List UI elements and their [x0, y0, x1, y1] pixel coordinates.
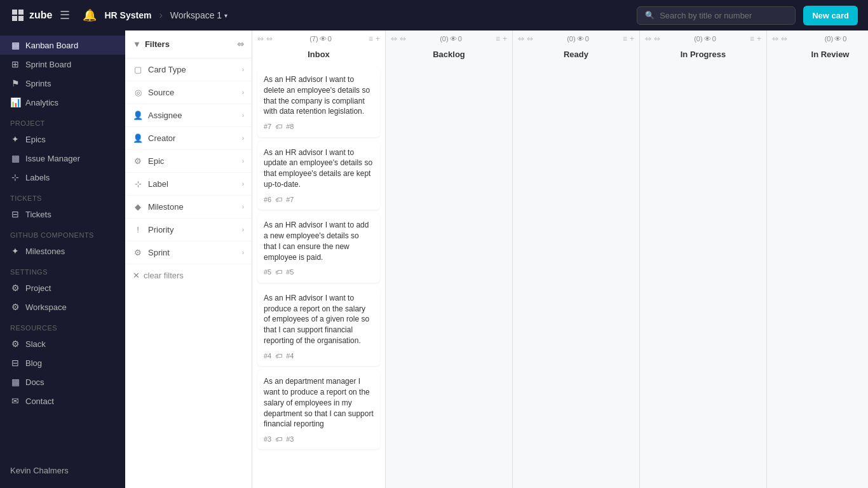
search-icon: 🔍 [645, 11, 654, 20]
new-card-button[interactable]: New card [803, 6, 858, 25]
sidebar-item-epics[interactable]: ✦ Epics [0, 130, 125, 149]
topbar: zube ☰ 🔔 HR System › Workspace 1 🔍 New c… [0, 0, 868, 30]
kanban-cards-in-review [767, 64, 868, 488]
col-count-badge: (0) [825, 35, 833, 43]
sidebar-item-tickets[interactable]: ⊟ Tickets [0, 205, 125, 224]
filter-item-priority[interactable]: ! Priority › [125, 219, 252, 241]
card-child-tag: #4 [286, 351, 294, 361]
filter-item-assignee[interactable]: 👤 Assignee › [125, 104, 252, 127]
col-menu-icon[interactable]: ≡ [750, 34, 754, 43]
filter-label: Assignee [148, 111, 182, 120]
kanban-cards-ready [513, 64, 639, 488]
clear-filters-button[interactable]: ✕ clear filters [125, 264, 252, 287]
filter-item-epic[interactable]: ⚙ Epic › [125, 150, 252, 173]
kanban-card-4[interactable]: As an HR advisor I want to produce a rep… [257, 287, 380, 366]
sidebar-item-labels[interactable]: ⊹ Labels [0, 168, 125, 187]
sidebar-item-label: Epics [25, 135, 46, 144]
sidebar-item-label: Analytics [25, 98, 58, 107]
col-expand-icon[interactable]: ⇔ [518, 34, 524, 43]
col-expand-icon[interactable]: ⇔ [772, 34, 778, 43]
eye-icon: 👁 [704, 35, 711, 43]
col-menu-icon[interactable]: ≡ [496, 34, 500, 43]
col-expand-icon2[interactable]: ⇔ [654, 34, 660, 43]
filter-item-sprint[interactable]: ⚙ Sprint › [125, 241, 252, 264]
sidebar-item-sprints[interactable]: ⚑ Sprints [0, 74, 125, 93]
col-add-icon[interactable]: + [757, 34, 761, 43]
clear-icon: ✕ [133, 271, 140, 280]
col-expand-icon2[interactable]: ⇔ [527, 34, 533, 43]
sidebar-item-slack[interactable]: ⚙ Slack [0, 334, 125, 353]
col-expand-icon[interactable]: ⇔ [257, 34, 264, 43]
kanban-card-6[interactable]: As an HR advisor I want to update an emp… [257, 141, 380, 210]
kanban-card-7[interactable]: As an HR advisor I want to delete an emp… [257, 68, 380, 137]
eye-count: 0 [458, 35, 462, 43]
sprint-filter-icon: ⚙ [133, 248, 143, 257]
filters-header-icons: ⇔ [237, 39, 244, 49]
filter-item-label[interactable]: ⊹ Label › [125, 173, 252, 196]
card-number: #3 [264, 435, 271, 444]
slack-icon: ⚙ [10, 339, 20, 349]
sidebar-item-label: Tickets [25, 210, 51, 219]
chevron-icon: › [242, 135, 244, 142]
filters-collapse-icon[interactable]: ⇔ [237, 39, 244, 49]
filter-item-card-type[interactable]: ▢ Card Type › [125, 58, 252, 81]
chevron-icon: › [242, 66, 244, 73]
bell-icon[interactable]: 🔔 [83, 8, 97, 22]
search-input[interactable] [660, 11, 787, 20]
chevron-icon: › [242, 249, 244, 256]
col-expand-icon[interactable]: ⇔ [391, 34, 397, 43]
logo[interactable]: zube [10, 8, 52, 23]
sidebar-item-project-settings[interactable]: ⚙ Project [0, 278, 125, 297]
resources-section-label: Resources [0, 316, 125, 334]
project-section-label: Project [0, 112, 125, 130]
epic-icon: ⚙ [133, 156, 143, 166]
filters-title: Filters [145, 39, 170, 49]
col-menu-icon[interactable]: ≡ [369, 34, 373, 43]
col-add-icon[interactable]: + [630, 34, 634, 43]
menu-icon[interactable]: ☰ [60, 8, 70, 22]
sidebar-item-sprint-board[interactable]: ⊞ Sprint Board [0, 55, 125, 74]
milestones-icon: ✦ [10, 246, 20, 256]
card-child-tag: #3 [286, 435, 294, 444]
sidebar-item-label: Docs [25, 377, 44, 387]
eye-icon: 👁 [834, 35, 841, 43]
sidebar-item-docs[interactable]: ▦ Docs [0, 372, 125, 391]
project-label[interactable]: HR System [104, 10, 151, 20]
filter-item-source[interactable]: ◎ Source › [125, 81, 252, 104]
col-expand-icon[interactable]: ⇔ [645, 34, 651, 43]
eye-icon: 👁 [450, 35, 457, 43]
col-add-icon[interactable]: + [503, 34, 507, 43]
kanban-card-5[interactable]: As an HR advisor I want to add a new emp… [257, 214, 380, 283]
col-expand-icon2[interactable]: ⇔ [400, 34, 406, 43]
epics-icon: ✦ [10, 134, 20, 144]
kanban-column-inbox: ⇔ ⇔ (7) 👁 0 ≡ + Inbox [252, 30, 386, 488]
workspace-dropdown[interactable]: Workspace 1 [170, 10, 227, 20]
sidebar-item-label: Slack [25, 339, 46, 349]
sprints-icon: ⚑ [10, 78, 20, 88]
filters-header: ▼ Filters ⇔ [125, 30, 252, 58]
search-box[interactable]: 🔍 [637, 6, 796, 25]
sidebar-item-issue-manager[interactable]: ▦ Issue Manager [0, 149, 125, 168]
sidebar-item-milestones[interactable]: ✦ Milestones [0, 241, 125, 261]
kanban-card-3[interactable]: As an department manager I want to produ… [257, 370, 380, 449]
sidebar-item-kanban-board[interactable]: ▦ Kanban Board [0, 36, 125, 55]
filter-item-milestone[interactable]: ◆ Milestone › [125, 196, 252, 219]
milestone-icon: ◆ [133, 202, 143, 212]
sidebar-item-label: Project [25, 283, 51, 293]
creator-icon: 👤 [133, 133, 143, 143]
filter-item-creator[interactable]: 👤 Creator › [125, 127, 252, 150]
sidebar-item-workspace-settings[interactable]: ⚙ Workspace [0, 297, 125, 316]
col-expand-icon2[interactable]: ⇔ [781, 34, 787, 43]
column-header-row: ⇔ ⇔ (0) 👁 0 ≡ + [386, 30, 512, 47]
col-expand-icon2[interactable]: ⇔ [266, 34, 273, 43]
source-icon: ◎ [133, 88, 143, 97]
sidebar-item-contact[interactable]: ✉ Contact [0, 391, 125, 410]
sidebar-item-blog[interactable]: ⊟ Blog [0, 353, 125, 372]
col-add-icon[interactable]: + [376, 34, 380, 43]
kanban-column-ready: ⇔ ⇔ (0) 👁 0 ≡ + Ready [513, 30, 640, 488]
content-area: ▼ Filters ⇔ ▢ Card Type › ◎ Source [125, 30, 868, 488]
filter-label: Sprint [148, 248, 170, 257]
sidebar-item-analytics[interactable]: 📊 Analytics [0, 93, 125, 112]
col-menu-icon[interactable]: ≡ [623, 34, 627, 43]
sidebar-user[interactable]: Kevin Chalmers [0, 458, 125, 483]
